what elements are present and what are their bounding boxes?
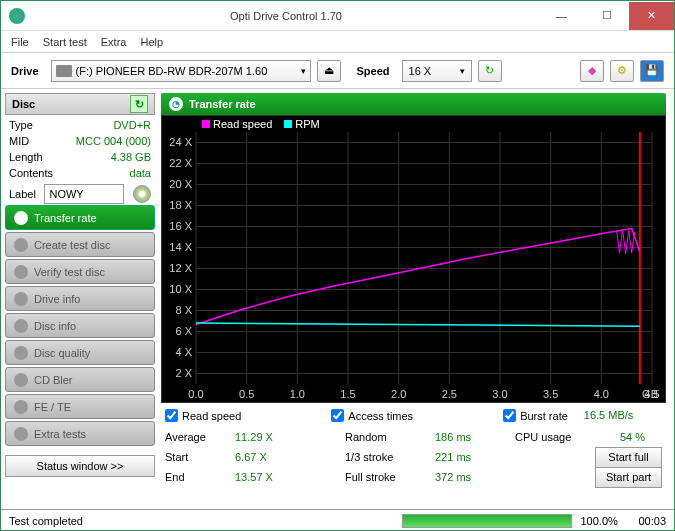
gauge-icon: ◔ xyxy=(169,97,183,111)
random-label: Random xyxy=(345,431,435,443)
svg-text:1.0: 1.0 xyxy=(290,388,305,400)
eject-button[interactable]: ⏏ xyxy=(317,60,341,82)
fete-icon xyxy=(14,400,28,414)
disc-type-value: DVD+R xyxy=(113,119,151,135)
check-access-times[interactable]: Access times xyxy=(331,409,413,422)
full-stroke-value: 372 ms xyxy=(435,471,515,483)
svg-text:2.5: 2.5 xyxy=(442,388,457,400)
svg-text:16 X: 16 X xyxy=(169,220,192,232)
chart-area: Read speed RPM 2 X4 X6 X8 X10 X12 X14 X1… xyxy=(161,115,666,403)
refresh-button[interactable]: ↻ xyxy=(478,60,502,82)
speed-value: 16 X xyxy=(409,65,432,77)
disc-type-label: Type xyxy=(9,119,33,135)
start-value: 6.67 X xyxy=(235,451,345,463)
drive-icon xyxy=(56,65,72,77)
menu-help[interactable]: Help xyxy=(140,36,163,48)
minimize-button[interactable]: — xyxy=(539,2,584,30)
svg-text:1.5: 1.5 xyxy=(340,388,355,400)
sidebar-item-drive-info[interactable]: Drive info xyxy=(5,286,155,311)
chart-header: ◔ Transfer rate xyxy=(161,93,666,115)
disc-mid-value: MCC 004 (000) xyxy=(76,135,151,151)
close-button[interactable]: ✕ xyxy=(629,2,674,30)
sidebar-item-cd-bler[interactable]: CD Bler xyxy=(5,367,155,392)
svg-text:24 X: 24 X xyxy=(169,136,192,148)
save-button[interactable]: 💾 xyxy=(640,60,664,82)
check-icon xyxy=(14,265,28,279)
status-window-button[interactable]: Status window >> xyxy=(5,455,155,477)
start-part-button[interactable]: Start part xyxy=(595,467,662,488)
erase-button[interactable]: ◆ xyxy=(580,60,604,82)
svg-text:8 X: 8 X xyxy=(175,304,192,316)
quality-icon xyxy=(14,346,28,360)
disc-length-value: 4.38 GB xyxy=(111,151,151,167)
app-icon xyxy=(9,8,25,24)
end-value: 13.57 X xyxy=(235,471,345,483)
svg-text:6 X: 6 X xyxy=(175,325,192,337)
disc-contents-value: data xyxy=(130,167,151,183)
drive-select[interactable]: (F:) PIONEER BD-RW BDR-207M 1.60 ▾ xyxy=(51,60,311,82)
full-stroke-label: Full stroke xyxy=(345,471,435,483)
cd-icon[interactable] xyxy=(133,185,151,203)
check-read-speed[interactable]: Read speed xyxy=(165,409,241,422)
sidebar-item-create-test-disc[interactable]: Create test disc xyxy=(5,232,155,257)
window-title: Opti Drive Control 1.70 xyxy=(33,10,539,22)
status-text: Test completed xyxy=(9,515,83,527)
sidebar-item-extra-tests[interactable]: Extra tests xyxy=(5,421,155,446)
disc-contents-label: Contents xyxy=(9,167,53,183)
menu-extra[interactable]: Extra xyxy=(101,36,127,48)
disc-label-label: Label xyxy=(9,188,36,200)
elapsed-time: 00:03 xyxy=(638,515,666,527)
progress-bar xyxy=(402,514,572,528)
svg-text:3.0: 3.0 xyxy=(492,388,507,400)
svg-text:4 X: 4 X xyxy=(175,346,192,358)
disc-panel-header: Disc ↻ xyxy=(5,93,155,115)
menu-start-test[interactable]: Start test xyxy=(43,36,87,48)
sidebar-item-disc-quality[interactable]: Disc quality xyxy=(5,340,155,365)
start-full-button[interactable]: Start full xyxy=(595,447,662,468)
info-icon xyxy=(14,292,28,306)
svg-text:2.0: 2.0 xyxy=(391,388,406,400)
chart-plot: 2 X4 X6 X8 X10 X12 X14 X16 X18 X20 X22 X… xyxy=(162,116,662,402)
start-label: Start xyxy=(165,451,235,463)
gauge-icon xyxy=(14,211,28,225)
chevron-down-icon: ▾ xyxy=(301,66,306,76)
check-burst-rate[interactable]: Burst rate xyxy=(503,409,568,422)
drive-value: (F:) PIONEER BD-RW BDR-207M 1.60 xyxy=(76,65,268,77)
sidebar-item-disc-info[interactable]: Disc info xyxy=(5,313,155,338)
cpu-value: 54 % xyxy=(590,431,645,443)
disc-icon xyxy=(14,238,28,252)
svg-text:0.5: 0.5 xyxy=(239,388,254,400)
end-label: End xyxy=(165,471,235,483)
label-input[interactable] xyxy=(44,184,124,204)
progress-percent: 100.0% xyxy=(580,515,630,527)
svg-text:12 X: 12 X xyxy=(169,262,192,274)
sidebar-item-transfer-rate[interactable]: Transfer rate xyxy=(5,205,155,230)
svg-text:18 X: 18 X xyxy=(169,199,192,211)
stroke13-value: 221 ms xyxy=(435,451,515,463)
average-label: Average xyxy=(165,431,235,443)
speed-select[interactable]: 16 X ▾ xyxy=(402,60,472,82)
svg-text:4.0: 4.0 xyxy=(594,388,609,400)
menu-file[interactable]: File xyxy=(11,36,29,48)
svg-text:22 X: 22 X xyxy=(169,157,192,169)
stroke13-label: 1/3 stroke xyxy=(345,451,435,463)
drive-label: Drive xyxy=(11,65,39,77)
bler-icon xyxy=(14,373,28,387)
sidebar-item-fe-te[interactable]: FE / TE xyxy=(5,394,155,419)
svg-text:GB: GB xyxy=(642,388,658,400)
cpu-label: CPU usage xyxy=(515,431,590,443)
maximize-button[interactable]: ☐ xyxy=(584,2,629,30)
svg-text:20 X: 20 X xyxy=(169,178,192,190)
svg-text:0.0: 0.0 xyxy=(188,388,203,400)
burst-rate-value: 16.5 MB/s xyxy=(584,409,634,422)
info-icon xyxy=(14,319,28,333)
settings-button[interactable]: ⚙ xyxy=(610,60,634,82)
disc-length-label: Length xyxy=(9,151,43,167)
chevron-down-icon: ▾ xyxy=(460,66,465,76)
average-value: 11.29 X xyxy=(235,431,345,443)
disc-refresh-button[interactable]: ↻ xyxy=(130,95,148,113)
svg-text:10 X: 10 X xyxy=(169,283,192,295)
extra-icon xyxy=(14,427,28,441)
speed-label: Speed xyxy=(357,65,390,77)
sidebar-item-verify-test-disc[interactable]: Verify test disc xyxy=(5,259,155,284)
